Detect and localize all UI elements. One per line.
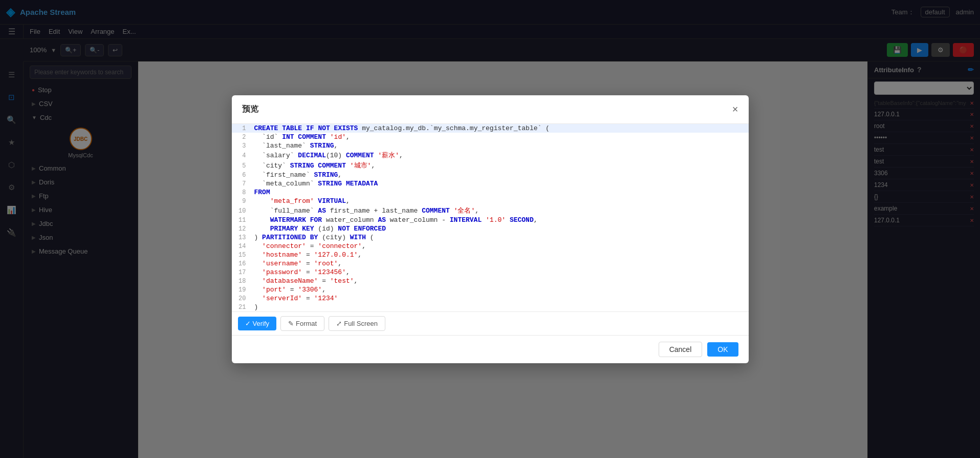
code-line-18: 18 'databaseName' = 'test', xyxy=(232,277,749,285)
code-line-6: 6 `first_name` STRING, xyxy=(232,171,749,179)
line-content: 'meta_from' VIRTUAL, xyxy=(252,197,749,205)
verify-check-icon: ✓ xyxy=(245,320,251,327)
code-line-2: 2 `id` INT COMMENT 'id', xyxy=(232,133,749,141)
code-line-1: 1CREATE TABLE IF NOT EXISTS my_catalog.m… xyxy=(232,124,749,133)
line-number: 4 xyxy=(232,152,252,159)
verify-btn[interactable]: ✓ Verify xyxy=(238,317,277,330)
line-number: 6 xyxy=(232,172,252,179)
line-number: 3 xyxy=(232,142,252,150)
line-number: 21 xyxy=(232,304,252,311)
line-content: `full_name` AS first_name + last_name CO… xyxy=(252,206,749,215)
line-content: ) PARTITIONED BY (city) WITH ( xyxy=(252,234,749,241)
line-number: 10 xyxy=(232,207,252,215)
line-number: 8 xyxy=(232,189,252,196)
code-line-7: 7 `meta_column` STRING METADATA xyxy=(232,179,749,188)
format-btn[interactable]: ✎ Format xyxy=(280,316,324,331)
line-content: `city` STRING COMMENT '城市', xyxy=(252,161,749,170)
line-content: 'port' = '3306', xyxy=(252,286,749,294)
code-line-10: 10 `full_name` AS first_name + last_name… xyxy=(232,205,749,216)
line-content: 'serverId' = '1234' xyxy=(252,295,749,302)
preview-modal: 预览 × 1CREATE TABLE IF NOT EXISTS my_cata… xyxy=(232,95,749,363)
line-content: FROM xyxy=(252,189,749,196)
fullscreen-label: Full Screen xyxy=(344,320,378,327)
verify-label: Verify xyxy=(253,320,270,327)
line-number: 9 xyxy=(232,198,252,205)
line-content: PRIMARY KEY (id) NOT ENFORCED xyxy=(252,225,749,233)
fullscreen-icon: ⤢ xyxy=(336,320,342,327)
ok-btn[interactable]: OK xyxy=(707,342,738,357)
modal-title: 预览 xyxy=(242,104,258,115)
fullscreen-btn[interactable]: ⤢ Full Screen xyxy=(329,316,385,331)
code-line-11: 11 WATERMARK FOR water_column AS water_c… xyxy=(232,216,749,224)
code-line-9: 9 'meta_from' VIRTUAL, xyxy=(232,197,749,205)
line-number: 15 xyxy=(232,252,252,259)
line-content: 'databaseName' = 'test', xyxy=(252,277,749,285)
code-line-13: 13) PARTITIONED BY (city) WITH ( xyxy=(232,233,749,242)
line-number: 11 xyxy=(232,217,252,224)
line-content: `first_name` STRING, xyxy=(252,171,749,179)
code-line-3: 3 `last_name` STRING, xyxy=(232,141,749,150)
line-number: 14 xyxy=(232,243,252,250)
line-content: 'password' = '123456', xyxy=(252,268,749,276)
line-content: 'username' = 'root', xyxy=(252,260,749,267)
line-content: 'connector' = 'connector', xyxy=(252,242,749,250)
code-line-12: 12 PRIMARY KEY (id) NOT ENFORCED xyxy=(232,224,749,233)
line-number: 12 xyxy=(232,225,252,233)
line-content: CREATE TABLE IF NOT EXISTS my_catalog.my… xyxy=(252,124,749,132)
code-line-15: 15 'hostname' = '127.0.0.1', xyxy=(232,251,749,259)
modal-body: 1CREATE TABLE IF NOT EXISTS my_catalog.m… xyxy=(232,124,749,311)
line-content: WATERMARK FOR water_column AS water_colu… xyxy=(252,216,749,224)
format-label: Format xyxy=(296,320,317,327)
line-content: `meta_column` STRING METADATA xyxy=(252,180,749,188)
code-editor: 1CREATE TABLE IF NOT EXISTS my_catalog.m… xyxy=(232,124,749,311)
line-number: 7 xyxy=(232,180,252,188)
modal-header: 预览 × xyxy=(232,95,749,124)
line-number: 16 xyxy=(232,260,252,267)
code-line-17: 17 'password' = '123456', xyxy=(232,268,749,277)
modal-footer: Cancel OK xyxy=(232,335,749,363)
code-line-5: 5 `city` STRING COMMENT '城市', xyxy=(232,160,749,171)
code-line-19: 19 'port' = '3306', xyxy=(232,285,749,294)
code-line-16: 16 'username' = 'root', xyxy=(232,259,749,268)
line-number: 17 xyxy=(232,269,252,276)
code-line-14: 14 'connector' = 'connector', xyxy=(232,242,749,251)
cancel-btn[interactable]: Cancel xyxy=(659,342,703,357)
line-number: 19 xyxy=(232,286,252,294)
line-content: `last_name` STRING, xyxy=(252,142,749,150)
line-number: 20 xyxy=(232,295,252,302)
line-content: ) xyxy=(252,303,749,311)
modal-close-btn[interactable]: × xyxy=(732,103,738,115)
modal-actions: ✓ Verify ✎ Format ⤢ Full Screen xyxy=(232,311,749,335)
code-line-8: 8FROM xyxy=(232,188,749,197)
line-number: 5 xyxy=(232,162,252,170)
line-content: 'hostname' = '127.0.0.1', xyxy=(252,251,749,259)
format-icon: ✎ xyxy=(288,320,294,327)
line-number: 2 xyxy=(232,134,252,141)
line-number: 13 xyxy=(232,234,252,241)
line-content: `id` INT COMMENT 'id', xyxy=(252,133,749,141)
code-line-21: 21) xyxy=(232,303,749,311)
line-content: `salary` DECIMAL(10) COMMENT '薪水', xyxy=(252,151,749,160)
line-number: 1 xyxy=(232,125,252,132)
line-number: 18 xyxy=(232,278,252,285)
code-line-20: 20 'serverId' = '1234' xyxy=(232,294,749,303)
modal-overlay: 预览 × 1CREATE TABLE IF NOT EXISTS my_cata… xyxy=(0,0,980,458)
code-line-4: 4 `salary` DECIMAL(10) COMMENT '薪水', xyxy=(232,150,749,160)
